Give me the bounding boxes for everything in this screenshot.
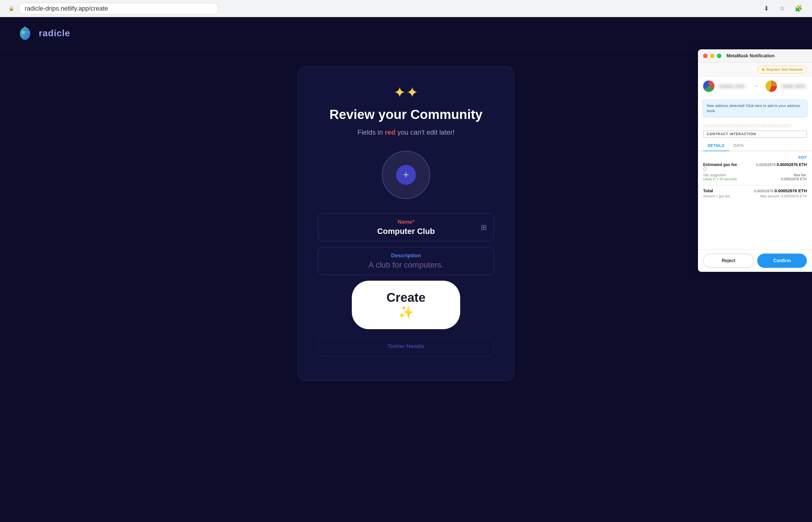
description-field-wrapper[interactable]: Description A club for computers. bbox=[318, 247, 494, 275]
browser-url[interactable]: radicle-drips.netlify.app/create bbox=[19, 3, 218, 14]
avatar-upload-area[interactable]: + bbox=[382, 150, 430, 199]
gas-fee-label-group: Estimated gas fee i bbox=[703, 162, 737, 171]
review-subtitle: Fields in red you can't edit later! bbox=[357, 128, 455, 136]
total-label: Total bbox=[703, 188, 713, 193]
edit-row: EDIT bbox=[703, 155, 807, 159]
gas-fee-value: 0.00052876 0.00052876 ETH bbox=[756, 162, 807, 167]
gas-fee-label: Estimated gas fee bbox=[703, 162, 737, 167]
max-fee-value: 0.00052876 ETH bbox=[781, 177, 807, 181]
reject-button[interactable]: Reject bbox=[703, 254, 754, 268]
app-header: radicle bbox=[0, 17, 812, 49]
site-suggested-group: Site suggested Likely in < 30 seconds bbox=[703, 173, 737, 181]
browser-bar: 🔒 radicle-drips.netlify.app/create ⬇ ☆ 🧩 bbox=[0, 0, 812, 17]
metamask-footer: Reject Confirm bbox=[698, 249, 812, 272]
bookmark-icon[interactable]: ☆ bbox=[777, 3, 788, 14]
tab-details[interactable]: DETAILS bbox=[703, 140, 729, 151]
info-icon: i bbox=[703, 167, 707, 171]
total-sub-row: Amount + gas fee Max amount: 0.00052876 … bbox=[703, 194, 807, 198]
sparkle-icon: ✦✦ bbox=[393, 84, 419, 101]
review-card: ✦✦ Review your Community Fields in red y… bbox=[298, 66, 514, 381]
gas-fee-row: Estimated gas fee i 0.00052876 0.0005287… bbox=[703, 162, 807, 171]
name-field-wrapper: Name* Computer Club ⊞ bbox=[318, 213, 494, 241]
twitter-field-wrapper: Twitter Handle bbox=[318, 338, 494, 357]
app-logo-text: radicle bbox=[39, 28, 70, 39]
metamask-title: MetaMask Notification bbox=[727, 53, 775, 59]
gas-fee-section: Estimated gas fee i 0.00052876 0.0005287… bbox=[703, 162, 807, 181]
subtitle-prefix: Fields in bbox=[357, 128, 385, 136]
site-suggested: Site suggested bbox=[703, 173, 737, 177]
subtitle-red: red bbox=[385, 128, 395, 136]
total-row: Total 0.00052876 0.00052876 ETH bbox=[703, 188, 807, 193]
total-section: Total 0.00052876 0.00052876 ETH Amount +… bbox=[703, 188, 807, 198]
edit-button[interactable]: EDIT bbox=[798, 155, 807, 159]
metamask-popup: MetaMask Notification Ropsten Test Netwo… bbox=[698, 49, 812, 272]
twitter-label: Twitter Handle bbox=[388, 343, 424, 349]
from-account-addr: 0xabcd...1234 bbox=[717, 83, 746, 89]
network-bar: Ropsten Test Network bbox=[698, 63, 812, 77]
browser-lock-icon: 🔒 bbox=[8, 6, 14, 11]
app-container: radicle ✦✦ Review your Community Fields … bbox=[0, 17, 812, 522]
metamask-tabs: DETAILS DATA bbox=[698, 140, 812, 151]
create-button-container: Create ✨ bbox=[318, 281, 494, 329]
max-fee-label: Max fee: bbox=[781, 173, 807, 177]
browser-icons: ⬇ ☆ 🧩 bbox=[761, 3, 804, 14]
description-label: Description bbox=[391, 253, 421, 259]
avatar-plus-icon[interactable]: + bbox=[396, 165, 416, 185]
create-button[interactable]: Create ✨ bbox=[352, 281, 460, 329]
accounts-row: 0xabcd...1234 → 0xdeff...5678 bbox=[698, 77, 812, 96]
to-account-avatar bbox=[766, 80, 777, 92]
confirm-button[interactable]: Confirm bbox=[757, 254, 807, 268]
close-dot[interactable] bbox=[703, 54, 708, 58]
contract-interaction-badge: CONTRACT INTERACTION bbox=[703, 130, 807, 138]
network-dot bbox=[762, 68, 765, 71]
amount-gas-label: Amount + gas fee bbox=[703, 194, 730, 198]
metamask-body: EDIT Estimated gas fee i 0.00052876 0.00… bbox=[698, 151, 812, 249]
tab-data[interactable]: DATA bbox=[729, 140, 748, 151]
contract-address: 0x1a2b3c4d5e6f7890abcdef1234567890abcdef… bbox=[698, 121, 812, 130]
name-label: Name* bbox=[397, 219, 414, 225]
max-fee-group: Max fee: 0.00052876 ETH bbox=[781, 173, 807, 181]
description-placeholder: A club for computers. bbox=[368, 260, 443, 269]
gas-fee-sublabel: i bbox=[703, 167, 737, 171]
maximize-dot[interactable] bbox=[717, 54, 721, 58]
name-value[interactable]: Computer Club bbox=[377, 227, 435, 236]
download-icon[interactable]: ⬇ bbox=[761, 3, 771, 14]
radicle-logo-icon bbox=[17, 25, 33, 41]
main-content: ✦✦ Review your Community Fields in red y… bbox=[0, 49, 812, 522]
name-field-icon: ⊞ bbox=[481, 223, 487, 232]
arrow-icon: → bbox=[749, 83, 763, 89]
total-value: 0.00052876 0.00052876 ETH bbox=[754, 188, 807, 193]
gas-fee-subrow: Site suggested Likely in < 30 seconds Ma… bbox=[703, 173, 807, 181]
max-amount-label: Max amount: 0.00052876 ETH bbox=[761, 194, 807, 198]
extension-icon[interactable]: 🧩 bbox=[793, 3, 804, 14]
review-title: Review your Community bbox=[330, 107, 483, 122]
to-account-addr: 0xdeff...5678 bbox=[780, 83, 807, 89]
network-badge: Ropsten Test Network bbox=[757, 66, 807, 73]
metamask-titlebar: MetaMask Notification bbox=[698, 49, 812, 63]
subtitle-suffix: you can't edit later! bbox=[395, 128, 455, 136]
minimize-dot[interactable] bbox=[710, 54, 714, 58]
network-name: Ropsten Test Network bbox=[766, 67, 803, 72]
address-alert[interactable]: New address detected! Click here to add … bbox=[703, 100, 808, 117]
fee-divider bbox=[703, 185, 807, 185]
field-group: Name* Computer Club ⊞ Description A club… bbox=[318, 213, 494, 357]
svg-point-2 bbox=[22, 31, 25, 34]
traffic-lights bbox=[703, 54, 721, 58]
from-account-avatar bbox=[703, 80, 714, 92]
likely-label: Likely in < 30 seconds bbox=[703, 177, 737, 181]
